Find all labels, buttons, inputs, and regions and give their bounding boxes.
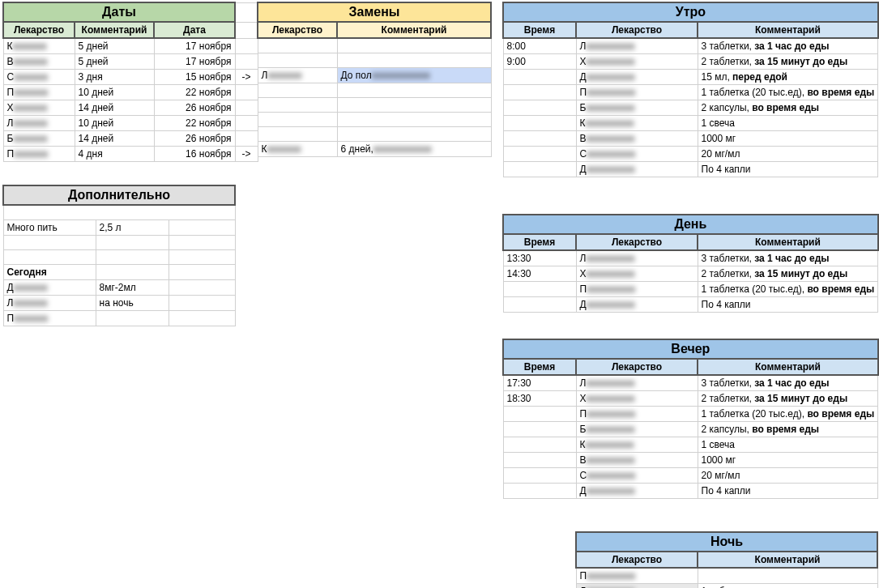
spreadsheet[interactable]: Даты Лекарство Комментарий Дата Кxxxxxxx… — [0, 0, 879, 588]
table-row-comment[interactable]: 6 дней,xxxxxxxxxxxx — [337, 141, 491, 156]
table-row-comment[interactable]: 14 дней — [75, 131, 154, 147]
table-row-comment[interactable]: 1000 мг — [698, 131, 878, 147]
table-row-time[interactable]: 9:00 — [503, 54, 576, 70]
table-row-time[interactable] — [503, 147, 576, 162]
table-row-comment[interactable]: 3 таблетки, за 1 час до еды — [698, 250, 878, 266]
table-row-time[interactable] — [503, 437, 576, 453]
table-row-med[interactable]: Кxxxxxxx — [3, 38, 75, 54]
table-row-med[interactable]: Сxxxxxxx — [3, 70, 75, 85]
table-row-time[interactable] — [503, 422, 576, 437]
table-row-time[interactable]: 14:30 — [503, 266, 576, 282]
table-row-comment[interactable] — [337, 126, 491, 141]
table-row-comment[interactable]: 2 таблетки, за 15 минут до еды — [698, 266, 878, 282]
table-row-med[interactable]: Лxxxxxxx — [3, 295, 96, 310]
table-row-time[interactable] — [503, 297, 576, 313]
table-row-comment[interactable]: 10 дней — [75, 85, 154, 100]
table-row-comment[interactable]: 3 таблетки, за 1 час до еды — [698, 38, 878, 54]
table-row-comment[interactable]: 8мг-2мл — [96, 279, 169, 295]
table-row-med[interactable]: Дxxxxxxxxxx — [576, 162, 698, 177]
table-row-time[interactable]: 8:00 — [503, 38, 576, 54]
table-row-med[interactable]: Лxxxxxxxxxx — [576, 250, 698, 266]
table-row-date[interactable]: 15 ноября — [154, 70, 235, 85]
extra-row1-a[interactable]: Много пить — [3, 219, 96, 235]
table-row-time[interactable] — [503, 131, 576, 147]
table-row-comment[interactable]: 20 мг/мл — [698, 147, 878, 162]
table-row-comment[interactable]: 1 таблетка (20 тыс.ед), во время еды — [698, 407, 878, 422]
table-row-date[interactable]: 22 ноября — [154, 116, 235, 131]
table-row-med[interactable]: Сxxxxxxxxxx — [576, 468, 698, 484]
table-row-time[interactable] — [503, 282, 576, 297]
table-row-time[interactable] — [503, 100, 576, 116]
table-row-med[interactable]: Дxxxxxxxxxx — [576, 70, 698, 85]
table-row-date[interactable]: 26 ноября — [154, 100, 235, 116]
table-row-med[interactable]: Пxxxxxxxxxx — [576, 282, 698, 297]
table-row-comment[interactable]: По 4 капли — [698, 297, 878, 313]
table-row-comment[interactable]: 2 таблетки, за 15 минут до еды — [698, 54, 878, 70]
table-row-med[interactable]: Хxxxxxxxxxx — [576, 266, 698, 282]
table-row-med[interactable]: Вxxxxxxx — [3, 54, 75, 70]
day-table[interactable]: День Время Лекарство Комментарий 13:30Лx… — [502, 214, 879, 313]
table-row-med[interactable]: Лxxxxxxx — [3, 116, 75, 131]
table-row-comment[interactable] — [337, 38, 491, 53]
dates-table[interactable]: Даты Лекарство Комментарий Дата Кxxxxxxx… — [2, 2, 258, 162]
table-row-comment[interactable] — [337, 53, 491, 67]
table-row-time[interactable] — [503, 468, 576, 484]
night-table[interactable]: Ночь Лекарство Комментарий ПxxxxxxxxxxЛx… — [575, 531, 878, 588]
table-row-time[interactable]: 18:30 — [503, 391, 576, 407]
table-row-date[interactable]: 16 ноября — [154, 147, 235, 162]
table-row-med[interactable] — [258, 112, 337, 126]
table-row-comment[interactable] — [337, 112, 491, 126]
table-row-med[interactable]: Пxxxxxxx — [3, 147, 75, 162]
table-row-time[interactable]: 17:30 — [503, 375, 576, 391]
table-row-comment[interactable]: 2 капсулы, во время еды — [698, 422, 878, 437]
table-row-time[interactable] — [503, 484, 576, 499]
table-row-med[interactable]: Пxxxxxxxxxx — [576, 85, 698, 100]
table-row-comment[interactable]: 5 дней — [75, 54, 154, 70]
extra-table[interactable]: Дополнительно Много пить 2,5 л Сегодня Д… — [2, 185, 236, 326]
table-row-med[interactable]: Пxxxxxxx — [3, 310, 96, 326]
table-row-comment[interactable]: 10 дней — [75, 116, 154, 131]
table-row-comment[interactable]: 2 капсулы, во время еды — [698, 100, 878, 116]
table-row-comment[interactable]: 1 таблетка — [698, 584, 877, 589]
table-row-time[interactable]: 13:30 — [503, 250, 576, 266]
table-row-date[interactable]: 17 ноября — [154, 54, 235, 70]
table-row-comment[interactable]: 1000 мг — [698, 453, 878, 468]
table-row-med[interactable]: Бxxxxxxxxxx — [576, 100, 698, 116]
table-row-med[interactable]: Лxxxxxxxxxx — [576, 375, 698, 391]
table-row-med[interactable]: Пxxxxxxx — [3, 85, 75, 100]
table-row-time[interactable] — [503, 70, 576, 85]
table-row-comment[interactable]: 3 таблетки, за 1 час до еды — [698, 375, 878, 391]
table-row-med[interactable]: Хxxxxxxxxxx — [576, 54, 698, 70]
table-row-date[interactable]: 26 ноября — [154, 131, 235, 147]
table-row-med[interactable]: Вxxxxxxxxxx — [576, 131, 698, 147]
table-row-med[interactable]: Кxxxxxxxxxx — [576, 116, 698, 131]
table-row-time[interactable] — [503, 407, 576, 422]
table-row-comment[interactable]: 4 дня — [75, 147, 154, 162]
table-row-comment[interactable]: По 4 капли — [698, 484, 878, 499]
table-row-med[interactable]: Кxxxxxxxxxx — [576, 437, 698, 453]
table-row-comment[interactable] — [698, 568, 877, 584]
table-row-med[interactable]: Вxxxxxxxxxx — [576, 453, 698, 468]
evening-table[interactable]: Вечер Время Лекарство Комментарий 17:30Л… — [502, 339, 879, 499]
table-row-comment[interactable]: 15 мл, перед едой — [698, 70, 878, 85]
table-row-comment[interactable]: 14 дней — [75, 100, 154, 116]
table-row-comment[interactable]: До полxxxxxxxxxxxx — [337, 67, 491, 83]
table-row-med[interactable]: Бxxxxxxx — [3, 131, 75, 147]
table-row-time[interactable] — [503, 162, 576, 177]
table-row-date[interactable]: 17 ноября — [154, 38, 235, 54]
table-row-time[interactable] — [503, 116, 576, 131]
table-row-comment[interactable]: на ночь — [96, 295, 169, 310]
table-row-med[interactable] — [258, 97, 337, 112]
table-row-med[interactable]: Хxxxxxxxxxx — [576, 391, 698, 407]
table-row-comment[interactable]: 2 таблетки, за 15 минут до еды — [698, 391, 878, 407]
table-row-med[interactable]: Пxxxxxxxxxx — [576, 568, 698, 584]
table-row-comment[interactable] — [337, 83, 491, 97]
table-row-comment[interactable]: 20 мг/мл — [698, 468, 878, 484]
extra-row1-b[interactable]: 2,5 л — [96, 219, 169, 235]
morning-table[interactable]: Утро Время Лекарство Комментарий 8:00Лxx… — [502, 2, 879, 177]
table-row-med[interactable]: Лxxxxxxxxxx — [576, 38, 698, 54]
table-row-date[interactable]: 22 ноября — [154, 85, 235, 100]
table-row-med[interactable] — [258, 126, 337, 141]
table-row-med[interactable]: Пxxxxxxxxxx — [576, 407, 698, 422]
table-row-med[interactable] — [258, 83, 337, 97]
